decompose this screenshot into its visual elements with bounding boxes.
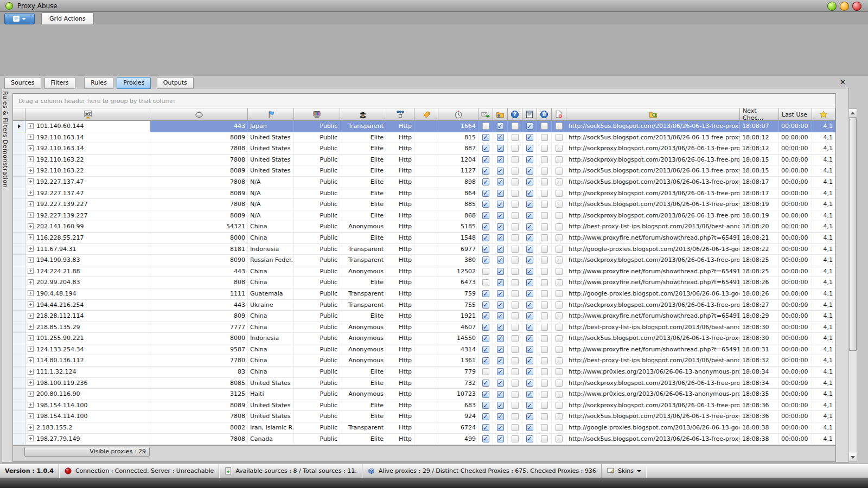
expand-icon[interactable] (28, 178, 34, 184)
row-checkbox[interactable] (497, 368, 504, 375)
row-checkbox[interactable] (512, 168, 519, 175)
row-checkbox[interactable] (482, 134, 489, 141)
row-checkbox[interactable] (497, 346, 504, 353)
row-checkbox[interactable] (482, 435, 489, 442)
row-checkbox[interactable] (512, 212, 519, 219)
row-checkbox[interactable] (482, 324, 489, 331)
column-header-rating[interactable] (812, 108, 835, 121)
expand-icon[interactable] (28, 380, 34, 386)
proxy-row[interactable]: 111.67.94.318181IndonesiaPublicTranspare… (13, 244, 835, 255)
expand-icon[interactable] (28, 357, 34, 363)
row-checkbox[interactable] (482, 279, 489, 286)
row-checkbox[interactable] (497, 268, 504, 275)
row-checkbox[interactable] (482, 201, 489, 208)
row-checkbox[interactable] (482, 145, 489, 152)
row-checkbox[interactable] (541, 368, 548, 375)
row-checkbox[interactable] (541, 335, 548, 342)
proxy-row[interactable]: 218.85.135.297777ChinaPublicAnonymousHtt… (13, 322, 835, 333)
expand-icon[interactable] (28, 134, 34, 140)
minimize-button[interactable] (827, 2, 837, 11)
row-checkbox[interactable] (482, 413, 489, 420)
column-header-check-google[interactable]: 8 (537, 108, 552, 121)
row-checkbox[interactable] (512, 134, 519, 141)
row-checkbox[interactable] (526, 178, 533, 185)
proxy-row[interactable]: 200.80.116.903125HaitiPublicAnonymousHtt… (13, 389, 835, 400)
tab-proxies[interactable]: Proxies (117, 77, 151, 89)
scrollbar-thumb[interactable] (849, 118, 857, 351)
row-checkbox[interactable] (512, 402, 519, 409)
row-checkbox[interactable] (482, 268, 489, 275)
column-header-check-mail[interactable] (478, 108, 493, 121)
row-checkbox[interactable] (497, 324, 504, 331)
expand-icon[interactable] (28, 201, 34, 207)
row-checkbox[interactable] (512, 335, 519, 342)
row-checkbox[interactable] (556, 324, 563, 331)
row-checkbox[interactable] (526, 435, 533, 442)
panel-close-icon[interactable]: ✕ (840, 78, 846, 86)
ribbon-tab-grid-actions[interactable]: Grid Actions (41, 12, 94, 25)
row-checkbox[interactable] (512, 256, 519, 264)
row-checkbox[interactable] (482, 357, 489, 364)
expand-icon[interactable] (28, 257, 34, 263)
tab-filters[interactable]: Filters (44, 77, 75, 89)
row-checkbox[interactable] (526, 223, 533, 230)
row-checkbox[interactable] (497, 256, 504, 264)
proxy-row[interactable]: 218.28.112.114809ChinaPublicEliteHttp192… (13, 311, 835, 322)
row-checkbox[interactable] (482, 290, 489, 297)
expand-icon[interactable] (28, 234, 34, 240)
row-checkbox[interactable] (526, 335, 533, 342)
row-checkbox[interactable] (556, 178, 563, 185)
row-checkbox[interactable] (526, 290, 533, 297)
expand-icon[interactable] (28, 212, 34, 218)
row-checkbox[interactable] (526, 256, 533, 264)
row-checkbox[interactable] (556, 335, 563, 342)
row-checkbox[interactable] (541, 391, 548, 398)
row-checkbox[interactable] (497, 290, 504, 297)
row-checkbox[interactable] (482, 246, 489, 253)
row-checkbox[interactable] (482, 156, 489, 163)
row-checkbox[interactable] (482, 335, 489, 342)
row-checkbox[interactable] (512, 301, 519, 309)
row-checkbox[interactable] (541, 190, 548, 197)
row-checkbox[interactable] (497, 279, 504, 286)
proxy-row[interactable]: 101.140.60.144443JapanPublicTransparentH… (13, 121, 835, 132)
proxy-row[interactable]: 198.154.114.1007808United StatesPublicEl… (13, 411, 835, 422)
row-checkbox[interactable] (497, 212, 504, 219)
row-checkbox[interactable] (482, 391, 489, 398)
row-checkbox[interactable] (512, 290, 519, 297)
row-checkbox[interactable] (541, 290, 548, 297)
row-checkbox[interactable] (512, 424, 519, 431)
proxy-row[interactable]: 202.141.160.9954321ChinaPublicAnonymousH… (13, 221, 835, 233)
proxy-row[interactable]: 198.27.79.1497808CanadaPublicEliteHttp49… (13, 434, 835, 445)
column-header-tag[interactable] (414, 108, 438, 121)
expand-icon[interactable] (28, 369, 34, 375)
row-checkbox[interactable] (526, 134, 533, 141)
column-header-anonymity[interactable] (340, 108, 386, 121)
row-checkbox[interactable] (556, 301, 563, 309)
row-checkbox[interactable] (556, 279, 563, 286)
column-header-response-time[interactable] (438, 108, 478, 121)
row-checkbox[interactable] (526, 201, 533, 208)
row-checkbox[interactable] (526, 357, 533, 364)
row-checkbox[interactable] (482, 312, 489, 319)
expand-icon[interactable] (28, 168, 34, 174)
column-header-url[interactable] (566, 108, 740, 121)
row-checkbox[interactable] (556, 246, 563, 253)
row-checkbox[interactable] (512, 279, 519, 286)
row-checkbox[interactable] (556, 168, 563, 175)
row-checkbox[interactable] (556, 234, 563, 241)
row-checkbox[interactable] (497, 156, 504, 163)
row-checkbox[interactable] (526, 402, 533, 409)
row-checkbox[interactable] (541, 357, 548, 364)
row-checkbox[interactable] (482, 212, 489, 219)
column-header-check-notes[interactable] (522, 108, 537, 121)
row-checkbox[interactable] (512, 123, 519, 130)
row-checkbox[interactable] (482, 178, 489, 185)
expand-icon[interactable] (28, 346, 34, 352)
row-checkbox[interactable] (541, 212, 548, 219)
row-checkbox[interactable] (556, 134, 563, 141)
row-checkbox[interactable] (541, 312, 548, 319)
row-checkbox[interactable] (541, 201, 548, 208)
proxy-row[interactable]: 194.190.93.838090Russian Feder...PublicT… (13, 255, 835, 266)
row-checkbox[interactable] (526, 380, 533, 387)
